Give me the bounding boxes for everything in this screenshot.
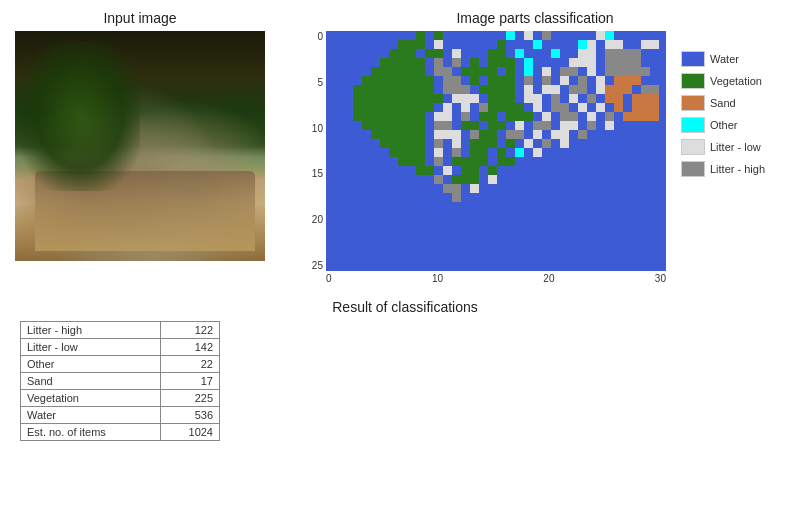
result-value: 142 <box>161 339 220 356</box>
svg-rect-29 <box>461 67 497 76</box>
svg-rect-64 <box>353 103 434 112</box>
svg-rect-78 <box>479 112 497 121</box>
svg-rect-51 <box>569 85 587 94</box>
y-tick-15: 15 <box>305 168 323 179</box>
svg-rect-71 <box>578 103 587 112</box>
svg-rect-24 <box>524 58 533 67</box>
svg-rect-47 <box>443 85 470 94</box>
svg-rect-101 <box>578 130 587 139</box>
svg-rect-86 <box>434 121 452 130</box>
y-tick-0: 0 <box>305 31 323 42</box>
svg-rect-74 <box>632 103 659 112</box>
legend-color-other <box>681 117 705 133</box>
svg-rect-30 <box>506 67 515 76</box>
x-tick-30: 30 <box>655 273 666 284</box>
legend-item-sand: Sand <box>681 95 765 111</box>
svg-rect-120 <box>497 157 515 166</box>
svg-rect-62 <box>605 94 623 103</box>
legend-color-water <box>681 51 705 67</box>
svg-rect-23 <box>488 58 515 67</box>
svg-rect-116 <box>533 148 542 157</box>
svg-rect-131 <box>533 40 542 49</box>
result-value: 17 <box>161 373 220 390</box>
svg-rect-84 <box>623 112 659 121</box>
x-tick-20: 20 <box>543 273 554 284</box>
svg-rect-14 <box>452 49 461 58</box>
legend-label-other: Other <box>710 119 738 131</box>
svg-rect-79 <box>506 112 533 121</box>
svg-rect-107 <box>524 139 533 148</box>
x-tick-0: 0 <box>326 273 332 284</box>
svg-rect-133 <box>641 40 659 49</box>
classification-title: Image parts classification <box>456 10 613 26</box>
svg-rect-44 <box>596 76 605 85</box>
svg-rect-19 <box>380 58 425 67</box>
svg-rect-63 <box>632 94 659 103</box>
result-label: Litter - low <box>21 339 161 356</box>
svg-rect-75 <box>353 112 425 121</box>
svg-rect-27 <box>371 67 425 76</box>
svg-rect-34 <box>587 67 596 76</box>
svg-rect-65 <box>443 103 452 112</box>
chart-area: 0 5 10 15 20 25 <box>305 31 765 284</box>
result-label: Vegetation <box>21 390 161 407</box>
svg-rect-36 <box>362 76 434 85</box>
legend-color-vegetation <box>681 73 705 89</box>
svg-rect-37 <box>443 76 461 85</box>
svg-rect-129 <box>470 184 479 193</box>
svg-rect-126 <box>452 175 479 184</box>
svg-rect-5 <box>605 31 614 40</box>
svg-rect-130 <box>452 193 461 202</box>
svg-rect-26 <box>605 58 641 67</box>
results-title: Result of classifications <box>20 299 790 315</box>
result-value: 225 <box>161 390 220 407</box>
svg-rect-42 <box>560 76 569 85</box>
svg-rect-118 <box>434 157 443 166</box>
svg-rect-25 <box>569 58 596 67</box>
y-axis-container: 0 5 10 15 20 25 <box>305 31 666 271</box>
svg-rect-114 <box>497 148 506 157</box>
chart-with-axes: 0 5 10 15 20 25 <box>305 31 666 284</box>
legend-item-litter-low: Litter - low <box>681 139 765 155</box>
svg-rect-111 <box>434 148 443 157</box>
svg-rect-33 <box>560 67 578 76</box>
svg-rect-92 <box>587 121 596 130</box>
svg-rect-134 <box>632 49 641 58</box>
svg-rect-124 <box>488 166 497 175</box>
svg-rect-60 <box>569 94 578 103</box>
result-value: 22 <box>161 356 220 373</box>
svg-rect-94 <box>371 130 425 139</box>
svg-rect-16 <box>515 49 524 58</box>
svg-rect-77 <box>461 112 470 121</box>
input-image <box>15 31 265 261</box>
svg-rect-18 <box>605 49 632 58</box>
svg-rect-135 <box>524 31 533 40</box>
svg-rect-40 <box>524 76 533 85</box>
svg-rect-38 <box>470 76 479 85</box>
svg-rect-31 <box>524 67 533 76</box>
legend-item-water: Water <box>681 51 765 67</box>
svg-rect-48 <box>479 85 515 94</box>
svg-rect-93 <box>605 121 614 130</box>
svg-rect-115 <box>515 148 524 157</box>
svg-rect-127 <box>488 175 497 184</box>
svg-rect-96 <box>470 130 479 139</box>
svg-rect-108 <box>542 139 551 148</box>
svg-rect-97 <box>479 130 497 139</box>
main-container: Input image Image parts classification 0… <box>0 0 800 507</box>
svg-rect-49 <box>524 85 533 94</box>
x-axis: 0 10 20 30 <box>326 273 666 284</box>
svg-rect-10 <box>587 40 596 49</box>
result-label: Other <box>21 356 161 373</box>
svg-rect-50 <box>542 85 560 94</box>
svg-rect-70 <box>551 103 569 112</box>
legend-label-litter-high: Litter - high <box>710 163 765 175</box>
svg-rect-110 <box>389 148 425 157</box>
svg-rect-95 <box>434 130 461 139</box>
svg-rect-56 <box>452 94 479 103</box>
svg-rect-73 <box>614 103 623 112</box>
svg-rect-13 <box>425 49 443 58</box>
result-value: 536 <box>161 407 220 424</box>
svg-rect-91 <box>560 121 578 130</box>
svg-rect-81 <box>560 112 578 121</box>
